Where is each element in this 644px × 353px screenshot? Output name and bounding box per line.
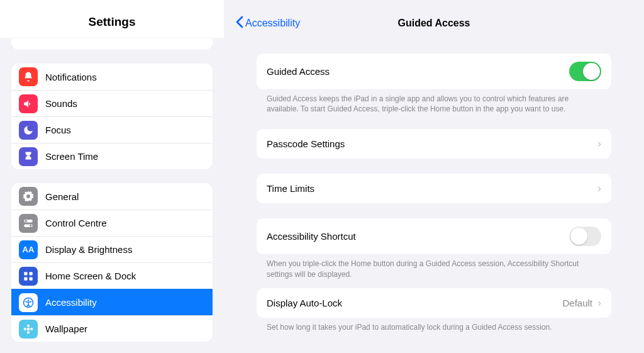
sidebar-item-label: Notifications (45, 72, 97, 82)
svg-point-14 (27, 324, 30, 327)
sidebar-item-home-screen-dock[interactable]: Home Screen & Dock (11, 262, 213, 289)
guided-access-toggle[interactable] (569, 62, 601, 81)
passcode-label: Passcode Settings (267, 138, 345, 149)
passcode-card: Passcode Settings › (257, 129, 611, 159)
accessibility-icon (19, 293, 38, 312)
svg-rect-8 (30, 272, 33, 275)
svg-point-13 (27, 327, 30, 330)
chevron-right-icon: › (597, 137, 601, 150)
autolock-footer: Set how long it takes your iPad to autom… (257, 318, 611, 332)
moon-icon (19, 121, 38, 140)
sidebar-group-notifications: NotificationsSoundsFocusScreen Time (11, 64, 213, 169)
autolock-card: Display Auto-Lock Default › (257, 288, 611, 318)
autolock-row[interactable]: Display Auto-Lock Default › (257, 288, 611, 318)
switches-icon (19, 214, 38, 233)
sidebar-item-focus[interactable]: Focus (11, 116, 213, 143)
sidebar-item-label: Display & Brightness (45, 244, 132, 255)
back-label: Accessibility (245, 18, 300, 29)
time-limits-label: Time Limits (267, 183, 314, 194)
sidebar-item-label: Wallpaper (45, 323, 87, 334)
sidebar-item-sounds[interactable]: Sounds (11, 90, 213, 116)
sidebar-item-label: Screen Time (45, 151, 98, 162)
sidebar-item-label: Home Screen & Dock (45, 271, 136, 281)
grid-icon (19, 267, 38, 286)
guided-access-footer: Guided Access keeps the iPad in a single… (257, 89, 611, 114)
shortcut-row: Accessibility Shortcut (257, 218, 611, 254)
sidebar-item-general[interactable]: General (11, 183, 213, 210)
svg-point-17 (30, 327, 33, 330)
sidebar-item-label: Control Centre (45, 218, 107, 228)
passcode-row[interactable]: Passcode Settings › (257, 129, 611, 159)
guided-access-label: Guided Access (267, 66, 330, 77)
chevron-right-icon: › (597, 296, 601, 310)
chevron-right-icon: › (597, 182, 601, 195)
sidebar-header: Settings (0, 0, 224, 38)
sidebar-item-label: Focus (45, 125, 71, 135)
chevron-left-icon (235, 16, 243, 31)
svg-point-4 (25, 220, 27, 221)
aa-icon: AA (19, 240, 38, 259)
sidebar-item-label: Accessibility (45, 297, 97, 308)
flower-icon (19, 320, 38, 339)
sidebar-item-display-brightness[interactable]: AADisplay & Brightness (11, 236, 213, 262)
shortcut-card: Accessibility Shortcut (257, 218, 611, 254)
speaker-icon (19, 94, 38, 113)
svg-rect-9 (24, 277, 27, 280)
autolock-value: Default (562, 298, 592, 308)
svg-point-12 (28, 300, 29, 301)
sidebar-item-accessibility[interactable]: Accessibility (11, 289, 213, 315)
sidebar-item-notifications[interactable]: Notifications (11, 64, 213, 90)
svg-point-6 (30, 225, 31, 227)
autolock-label: Display Auto-Lock (267, 298, 342, 308)
svg-point-15 (27, 331, 30, 334)
detail-pane: Accessibility Guided Access Guided Acces… (224, 0, 644, 353)
sidebar-item-wallpaper[interactable]: Wallpaper (11, 315, 213, 342)
shortcut-label: Accessibility Shortcut (267, 231, 356, 242)
bell-icon (19, 67, 38, 86)
time-limits-card: Time Limits › (257, 174, 611, 203)
time-limits-row[interactable]: Time Limits › (257, 174, 611, 203)
shortcut-footer: When you triple-click the Home button du… (257, 254, 611, 279)
sidebar-group-general: GeneralControl CentreAADisplay & Brightn… (11, 183, 213, 342)
hourglass-icon (19, 147, 38, 166)
gear-icon (19, 187, 38, 206)
sidebar-item-label: General (45, 191, 79, 202)
sidebar-item-control-centre[interactable]: Control Centre (11, 210, 213, 236)
guided-access-card: Guided Access (257, 53, 611, 89)
shortcut-toggle[interactable] (569, 227, 601, 246)
sidebar-item-label: Sounds (45, 98, 77, 109)
sidebar-group-partial (11, 38, 213, 50)
sidebar-title: Settings (0, 15, 224, 29)
sidebar-item-screen-time[interactable]: Screen Time (11, 143, 213, 169)
detail-header: Accessibility Guided Access (224, 0, 644, 35)
settings-sidebar: Settings NotificationsSoundsFocusScreen … (0, 0, 224, 353)
back-button[interactable]: Accessibility (235, 16, 300, 31)
guided-access-row: Guided Access (257, 53, 611, 89)
svg-point-16 (24, 327, 27, 330)
svg-rect-7 (24, 272, 27, 275)
svg-rect-10 (30, 277, 33, 280)
